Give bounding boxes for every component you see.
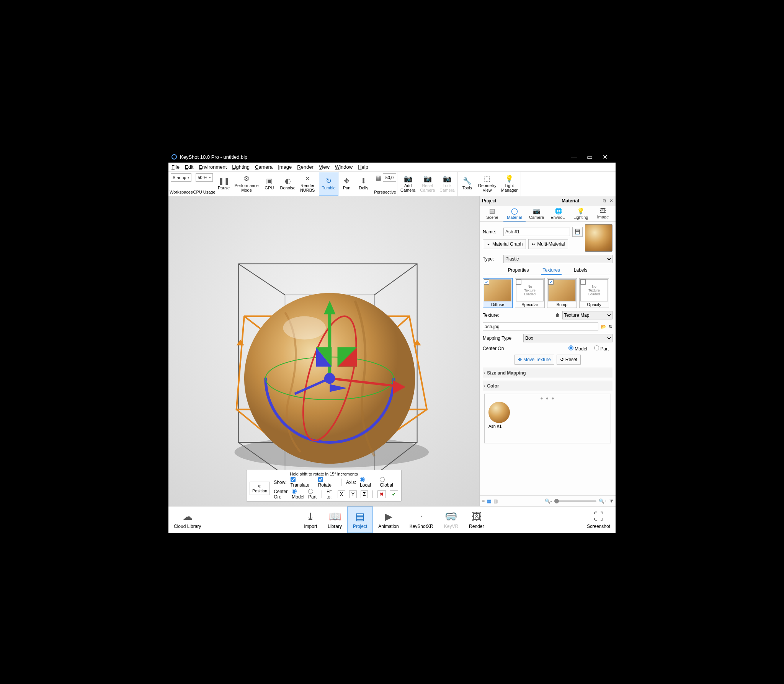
subtab-textures[interactable]: Textures <box>541 266 561 275</box>
multi-material-button[interactable]: ↢Multi-Material <box>528 239 568 249</box>
material-preview[interactable] <box>585 224 612 252</box>
subtab-labels[interactable]: Labels <box>572 266 589 275</box>
fit-z-button[interactable]: Z <box>361 490 368 498</box>
texture-specular[interactable]: No Texture Loaded Specular <box>515 278 545 308</box>
texture-bump[interactable]: ✔ Bump <box>547 278 577 308</box>
mapping-type-dropdown[interactable]: Box <box>523 334 612 342</box>
project-button[interactable]: ▤Project <box>347 506 373 533</box>
workspace-dropdown[interactable]: Startup <box>171 173 191 182</box>
tab-lighting[interactable]: 💡Lighting <box>570 206 592 221</box>
gpu-button[interactable]: ▣GPU <box>261 172 278 196</box>
section-color[interactable]: Color <box>483 381 612 391</box>
tab-image[interactable]: 🖼Image <box>592 206 614 221</box>
performance-mode-button[interactable]: ⚙Performance Mode <box>232 172 261 196</box>
panel-close-icon[interactable]: ✕ <box>609 198 613 204</box>
center-model-radio[interactable]: Model <box>568 345 587 352</box>
delete-texture-button[interactable]: 🗑 <box>555 313 560 318</box>
menu-render[interactable]: Render <box>297 164 314 170</box>
texture-diffuse[interactable]: ✔ Diffuse <box>483 278 513 308</box>
menu-edit[interactable]: Edit <box>185 164 193 170</box>
texture-type-dropdown[interactable]: Texture Map <box>562 311 613 319</box>
zoom-slider[interactable] <box>554 500 596 502</box>
mapping-type-label: Mapping Type <box>483 335 521 341</box>
menu-environment[interactable]: Environment <box>199 164 227 170</box>
animation-button[interactable]: ▶Animation <box>373 506 404 533</box>
tab-material[interactable]: ◯Material <box>503 206 526 221</box>
render-button[interactable]: 🖼Render <box>464 506 489 533</box>
translate-checkbox[interactable]: Translate <box>291 477 314 488</box>
menu-lighting[interactable]: Lighting <box>232 164 250 170</box>
add-camera-button[interactable]: 📷Add Camera <box>398 172 418 196</box>
browse-icon[interactable]: 📂 <box>601 324 606 329</box>
tumble-button[interactable]: ↻Tumble <box>319 172 338 196</box>
texture-slots: ✔ Diffuse No Texture Loaded Specular ✔ B… <box>483 278 612 308</box>
texture-opacity[interactable]: No Texture Loaded Opacity <box>579 278 609 308</box>
import-button[interactable]: ⤓Import <box>299 506 322 533</box>
section-size-mapping[interactable]: Size and Mapping <box>483 368 612 378</box>
pan-button[interactable]: ✥Pan <box>338 172 355 196</box>
grid-view-icon[interactable]: ▦ <box>487 498 491 504</box>
cancel-button[interactable]: ✖ <box>377 490 386 498</box>
list-view-icon[interactable]: ≡ <box>482 498 485 504</box>
tab-camera[interactable]: 📷Camera <box>526 206 548 221</box>
maximize-button[interactable]: ▭ <box>582 153 597 161</box>
drag-handle-icon[interactable]: ● ● ● <box>540 396 555 401</box>
menu-image[interactable]: Image <box>278 164 292 170</box>
library-button[interactable]: 📖Library <box>322 506 347 533</box>
screenshot-button[interactable]: ⛶Screenshot <box>581 506 616 533</box>
panel-titlebar: Project Material ⧉ ✕ <box>480 196 616 205</box>
svg-point-8 <box>283 316 326 340</box>
fit-x-button[interactable]: X <box>338 490 345 498</box>
texture-file-input[interactable] <box>483 322 598 331</box>
menu-camera[interactable]: Camera <box>255 164 273 170</box>
close-button[interactable]: ✕ <box>597 153 612 161</box>
type-dropdown[interactable]: Plastic <box>503 255 612 263</box>
minimize-button[interactable]: — <box>567 153 582 160</box>
reset-button[interactable]: ↺Reset <box>557 355 581 365</box>
render-nurbs-button[interactable]: ✕Render NURBS <box>298 172 317 196</box>
dolly-button[interactable]: ⬇Dolly <box>355 172 372 196</box>
tab-environment[interactable]: 🌐Enviro… <box>547 206 570 221</box>
undock-icon[interactable]: ⧉ <box>603 198 606 204</box>
denoise-button[interactable]: ◐Denoise <box>278 172 298 196</box>
axis-local-radio[interactable]: Local <box>360 477 376 488</box>
geometry-view-button[interactable]: ⬚Geometry View <box>475 172 498 196</box>
menu-file[interactable]: File <box>172 164 180 170</box>
cloud-library-button[interactable]: ☁Cloud Library <box>168 506 206 533</box>
confirm-button[interactable]: ✔ <box>390 490 398 498</box>
window-title: KeyShot 10.0 Pro - untitled.bip <box>180 154 567 160</box>
dolly-icon: ⬇ <box>361 178 366 184</box>
light-manager-button[interactable]: 💡Light Manager <box>499 172 520 196</box>
move-texture-button[interactable]: ✥Move Texture <box>514 355 554 365</box>
cube-icon: ⬚ <box>484 175 490 182</box>
queue-item-thumb[interactable] <box>488 402 510 423</box>
cpu-usage-dropdown[interactable]: 50 % <box>196 173 212 182</box>
center-part-radio[interactable]: Part <box>308 489 317 500</box>
subtab-properties[interactable]: Properties <box>506 266 531 275</box>
menu-help[interactable]: Help <box>358 164 368 170</box>
screenshot-icon: ⛶ <box>594 511 604 523</box>
compact-view-icon[interactable]: ▥ <box>493 498 498 504</box>
menu-view[interactable]: View <box>319 164 330 170</box>
reload-icon[interactable]: ↻ <box>609 324 612 329</box>
rotate-checkbox[interactable]: Rotate <box>318 477 336 488</box>
zoom-out-icon[interactable]: 🔍- <box>545 498 552 504</box>
filter-icon[interactable]: ⧩ <box>609 498 613 504</box>
zoom-in-icon[interactable]: 🔍+ <box>599 498 607 504</box>
svg-line-1 <box>238 264 285 295</box>
center-part-radio[interactable]: Part <box>594 345 612 352</box>
material-name-input[interactable] <box>503 228 570 236</box>
perspective-value[interactable]: 50,0 <box>383 173 396 182</box>
viewport[interactable]: Hold shift to rotate in 15° increments ⊕… <box>168 196 480 506</box>
save-material-button[interactable]: 💾 <box>572 227 583 237</box>
pause-button[interactable]: ❚❚Pause <box>216 172 232 196</box>
center-model-radio[interactable]: Model <box>292 489 304 500</box>
position-button[interactable]: ⊕ Position <box>250 482 270 495</box>
axis-global-radio[interactable]: Global <box>380 477 398 488</box>
tab-scene[interactable]: ▤Scene <box>481 206 503 221</box>
keyshotxr-button[interactable]: ⬞KeyShotXR <box>404 506 439 533</box>
menu-window[interactable]: Window <box>335 164 353 170</box>
tools-button[interactable]: 🔧Tools <box>459 172 475 196</box>
material-graph-button[interactable]: ⫘Material Graph <box>483 239 526 249</box>
fit-y-button[interactable]: Y <box>349 490 357 498</box>
